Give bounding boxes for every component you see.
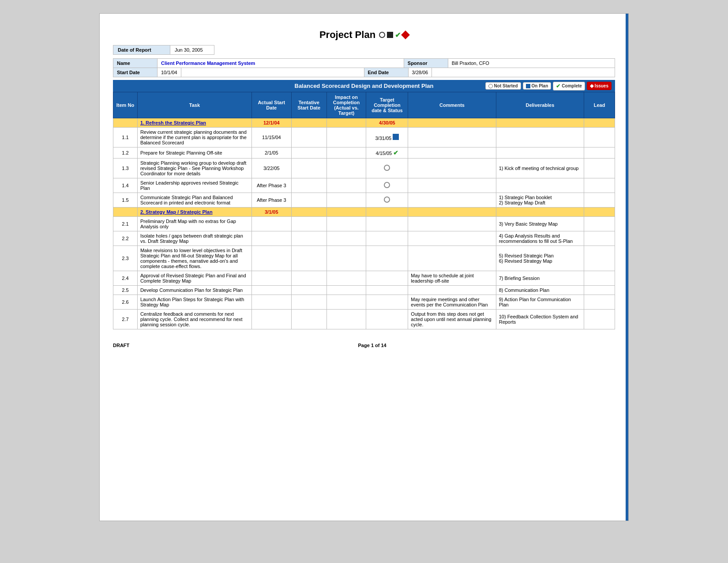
item-comments: [408, 286, 496, 295]
item-number: 2.7: [113, 310, 138, 329]
item-task: Approval of Revised Strategic Plan and F…: [137, 271, 251, 286]
complete-label: Complete: [562, 83, 582, 88]
item-target-completion: [366, 271, 408, 286]
name-row: Name Client Performance Management Syste…: [113, 58, 615, 68]
badge-complete: ✔ Complete: [553, 82, 585, 91]
item-comments: Output from this step does not get acted…: [408, 310, 496, 329]
item-number: 1.4: [113, 178, 138, 193]
cat-id: [113, 118, 138, 128]
circle-icon: [379, 32, 385, 38]
item-tentative-start: [291, 159, 326, 178]
category-row: 1. Refresh the Strategic Plan 12/1/04 4/…: [113, 118, 615, 128]
table-row: 2.2 Isolate holes / gaps between draft s…: [113, 231, 615, 246]
item-lead: [584, 147, 615, 159]
page-title: Project Plan ✔: [319, 29, 409, 41]
item-actual-start: After Phase 3: [251, 178, 291, 193]
item-lead: [584, 310, 615, 329]
item-actual-start: [251, 217, 291, 231]
cat-actual-start: 3/1/05: [251, 208, 291, 217]
item-deliverables: 4) Gap Analysis Results and recommendati…: [496, 231, 584, 246]
item-actual-start: [251, 295, 291, 310]
title-area: Project Plan ✔: [113, 23, 615, 45]
item-target-completion: [366, 231, 408, 246]
item-target-completion: [366, 193, 408, 208]
th-deliverables: Deliverables: [496, 92, 584, 118]
th-impact: Impact on Completion (Actual vs. Target): [326, 92, 366, 118]
date-of-report-label: Date of Report: [113, 45, 170, 55]
item-number: 2.2: [113, 231, 138, 246]
footer: DRAFT Page 1 of 14: [113, 338, 615, 348]
item-actual-start: 3/22/05: [251, 159, 291, 178]
not-started-label: Not Started: [494, 83, 518, 88]
item-impact: [326, 217, 366, 231]
item-deliverables: 9) Action Plan for Communication Plan: [496, 295, 584, 310]
item-actual-start: [251, 231, 291, 246]
item-target-completion: [366, 286, 408, 295]
item-deliverables: 1) Strategic Plan booklet2) Strategy Map…: [496, 193, 584, 208]
item-lead: [584, 217, 615, 231]
sponsor-value: Bill Praxton, CFO: [448, 59, 615, 68]
item-impact: [326, 178, 366, 193]
status-circle-icon: [384, 182, 390, 188]
table-row: 1.2 Prepare for Strategic Planning Off-s…: [113, 147, 615, 159]
item-lead: [584, 295, 615, 310]
start-date-label: Start Date: [113, 68, 158, 77]
item-target-completion: 3/31/05: [366, 128, 408, 147]
item-lead: [584, 286, 615, 295]
item-actual-start: 11/15/04: [251, 128, 291, 147]
status-circle-icon: [384, 196, 390, 203]
cat-title: 2. Strategy Map / Strategic Plan: [137, 208, 251, 217]
item-comments: [408, 128, 496, 147]
item-impact: [326, 295, 366, 310]
main-table: Item No Task Actual Start Date Tentative…: [113, 92, 615, 329]
item-actual-start: 2/1/05: [251, 147, 291, 159]
item-impact: [326, 159, 366, 178]
item-task: Prepare for Strategic Planning Off-site: [137, 147, 251, 159]
item-comments: [408, 193, 496, 208]
item-lead: [584, 246, 615, 271]
item-lead: [584, 128, 615, 147]
item-number: 1.5: [113, 193, 138, 208]
item-task: Make revisions to lower level objectives…: [137, 246, 251, 271]
table-row: 2.7 Centralize feedback and comments for…: [113, 310, 615, 329]
table-row: 1.3 Strategic Planning working group to …: [113, 159, 615, 178]
title-text: Project Plan: [319, 29, 375, 41]
item-tentative-start: [291, 231, 326, 246]
table-row: 2.5 Develop Communication Plan for Strat…: [113, 286, 615, 295]
item-tentative-start: [291, 193, 326, 208]
section-header: Balanced Scorecard Design and Developmen…: [113, 80, 615, 92]
item-number: 2.6: [113, 295, 138, 310]
item-comments: [408, 159, 496, 178]
item-number: 2.5: [113, 286, 138, 295]
status-check-icon: ✔: [393, 149, 398, 156]
th-comments: Comments: [408, 92, 496, 118]
title-icons: ✔: [379, 31, 409, 39]
item-comments: [408, 178, 496, 193]
end-date-value: 3/28/06: [409, 68, 432, 77]
on-plan-label: On Plan: [532, 83, 548, 88]
item-target-completion: [366, 246, 408, 271]
item-deliverables: 5) Revised Strategic Plan6) Revised Stra…: [496, 246, 584, 271]
item-task: Centralize feedback and comments for nex…: [137, 310, 251, 329]
item-target-completion: [366, 159, 408, 178]
table-row: 2.6 Launch Action Plan Steps for Strateg…: [113, 295, 615, 310]
item-target-completion: 4/15/05 ✔: [366, 147, 408, 159]
item-deliverables: [496, 147, 584, 159]
item-task: Senior Leadership approves revised Strat…: [137, 178, 251, 193]
item-comments: May require meetings and other events pe…: [408, 295, 496, 310]
item-impact: [326, 147, 366, 159]
cat-target: [366, 208, 408, 217]
diamond-icon: [401, 30, 410, 39]
th-task: Task: [137, 92, 251, 118]
item-comments: [408, 231, 496, 246]
item-lead: [584, 178, 615, 193]
table-row: 2.1 Preliminary Draft Map with no extras…: [113, 217, 615, 231]
item-target-completion: [366, 295, 408, 310]
badge-not-started: Not Started: [485, 82, 521, 90]
end-date-label: End Date: [364, 68, 409, 77]
item-impact: [326, 246, 366, 271]
item-task: Preliminary Draft Map with no extras for…: [137, 217, 251, 231]
info-grid: Name Client Performance Management Syste…: [113, 58, 615, 77]
item-deliverables: 8) Communication Plan: [496, 286, 584, 295]
complete-icon: ✔: [556, 83, 560, 89]
